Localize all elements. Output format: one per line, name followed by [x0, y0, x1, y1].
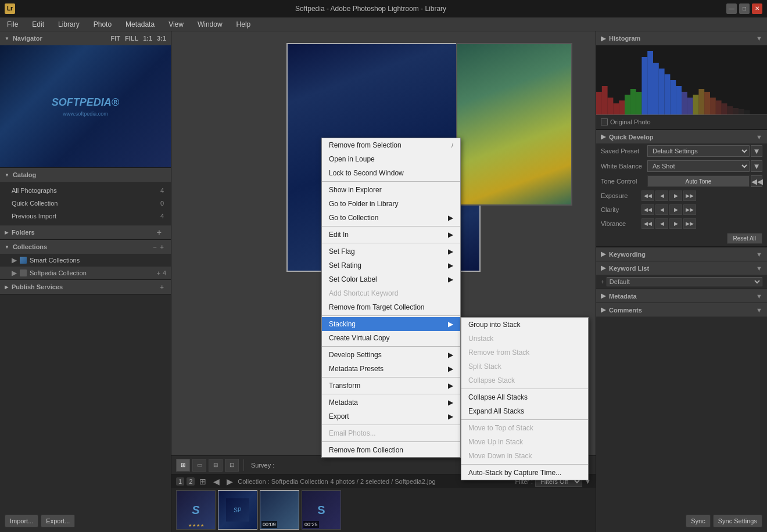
cm-stacking[interactable]: Stacking ▶: [322, 317, 460, 331]
cm-remove-from-collection[interactable]: Remove from Collection: [322, 443, 460, 457]
cm-go-to-folder[interactable]: Go to Folder in Library: [322, 197, 460, 211]
cm-set-rating[interactable]: Set Rating ▶: [322, 258, 460, 272]
maximize-button[interactable]: □: [739, 3, 750, 14]
grid-view-btn[interactable]: ⊞: [176, 459, 190, 472]
white-balance-arrow[interactable]: ▼: [751, 160, 762, 172]
exposure-ll-btn[interactable]: ◀◀: [641, 190, 654, 201]
folders-add-button[interactable]: +: [157, 228, 166, 237]
menu-edit[interactable]: Edit: [30, 19, 46, 30]
metadata-header[interactable]: ▶ Metadata ▼: [596, 289, 767, 303]
vibrance-rr-btn[interactable]: ▶▶: [683, 218, 696, 229]
sm-expand-all-stacks[interactable]: Expand All Stacks: [461, 404, 588, 418]
filmstrip-page-1[interactable]: 1: [176, 477, 184, 486]
clarity-ll-btn[interactable]: ◀◀: [641, 204, 654, 215]
cm-develop-settings[interactable]: Develop Settings ▶: [322, 348, 460, 362]
saved-preset-select[interactable]: Default Settings: [647, 145, 750, 157]
collections-minus-btn[interactable]: –: [153, 243, 156, 250]
menu-view[interactable]: View: [166, 19, 186, 30]
cm-set-flag[interactable]: Set Flag ▶: [322, 245, 460, 258]
exposure-rr-btn[interactable]: ▶▶: [683, 190, 696, 201]
nav-1-1-btn[interactable]: 1:1: [143, 35, 152, 42]
menu-file[interactable]: File: [5, 19, 20, 30]
cm-lock-second-window[interactable]: Lock to Second Window: [322, 166, 460, 180]
cm-metadata-presets[interactable]: Metadata Presets ▶: [322, 362, 460, 376]
collection-softpedia[interactable]: ▶ Softpedia Collection + 4: [0, 267, 171, 279]
keyword-preset-select[interactable]: Default: [607, 277, 762, 286]
menu-photo[interactable]: Photo: [91, 19, 114, 30]
filmstrip-prev-btn[interactable]: ◀: [211, 477, 222, 486]
collection-smart-collections[interactable]: ▶ Smart Collections: [0, 254, 171, 267]
export-button[interactable]: Export...: [41, 515, 75, 527]
histogram-header[interactable]: ▶ Histogram ▼: [596, 31, 767, 45]
cm-transform[interactable]: Transform ▶: [322, 379, 460, 393]
cm-remove-selection[interactable]: Remove from Selection /: [322, 138, 460, 152]
original-photo-checkbox[interactable]: [601, 118, 608, 125]
loupe-view-btn[interactable]: ▭: [192, 459, 206, 472]
film-thumb-3-overlay: 00:09: [261, 521, 277, 528]
film-thumb-3[interactable]: 00:09: [260, 490, 299, 530]
keyword-list-header[interactable]: ▶ Keyword List ▼: [596, 261, 767, 275]
vibrance-ll-btn[interactable]: ◀◀: [641, 218, 654, 229]
cm-metadata[interactable]: Metadata ▶: [322, 396, 460, 409]
cm-divider-5: [322, 346, 460, 347]
exposure-l-btn[interactable]: ◀: [655, 190, 668, 201]
menu-library[interactable]: Library: [56, 19, 82, 30]
collections-add-btn[interactable]: +: [160, 243, 166, 250]
sync-button[interactable]: Sync: [686, 515, 710, 527]
filmstrip-page-2[interactable]: 2: [187, 477, 195, 486]
clarity-r-btn[interactable]: ▶: [669, 204, 682, 215]
white-balance-select[interactable]: As Shot Auto Daylight: [647, 160, 750, 172]
vibrance-r-btn[interactable]: ▶: [669, 218, 682, 229]
sm-group-into-stack[interactable]: Group into Stack: [461, 318, 588, 332]
catalog-item-quick-collection[interactable]: Quick Collection 0: [0, 197, 171, 210]
clarity-l-btn[interactable]: ◀: [655, 204, 668, 215]
sync-settings-button[interactable]: Sync Settings: [713, 515, 762, 527]
nav-fit-btn[interactable]: FIT: [110, 35, 120, 42]
import-button[interactable]: Import...: [5, 515, 38, 527]
catalog-item-all-photos[interactable]: All Photographs 4: [0, 184, 171, 197]
vibrance-l-btn[interactable]: ◀: [655, 218, 668, 229]
nav-3-1-btn[interactable]: 3:1: [157, 35, 166, 42]
nav-fill-btn[interactable]: FILL: [125, 35, 138, 42]
film-thumb-2[interactable]: SP: [218, 490, 257, 530]
reset-all-button[interactable]: Reset All: [727, 233, 762, 244]
navigator-header[interactable]: ▼ Navigator FIT FILL 1:1 3:1: [0, 31, 171, 45]
auto-tone-button[interactable]: Auto Tone: [647, 175, 750, 187]
sm-auto-stack[interactable]: Auto-Stack by Capture Time...: [461, 466, 588, 480]
saved-preset-arrow[interactable]: ▼: [751, 145, 762, 157]
filmstrip-next-btn[interactable]: ▶: [224, 477, 235, 486]
compare-view-btn[interactable]: ⊟: [209, 459, 223, 472]
survey-view-btn[interactable]: ⊡: [225, 459, 239, 472]
publish-add-btn[interactable]: +: [160, 283, 166, 290]
comments-header[interactable]: ▶ Comments ▼: [596, 303, 767, 317]
publish-services-header[interactable]: ▶ Publish Services +: [0, 280, 171, 294]
keyword-plus-icon[interactable]: +: [601, 279, 604, 285]
folders-header[interactable]: ▶ Folders +: [0, 225, 171, 239]
collections-header[interactable]: ▼ Collections – +: [0, 240, 171, 254]
exposure-r-btn[interactable]: ▶: [669, 190, 682, 201]
cm-open-loupe[interactable]: Open in Loupe: [322, 152, 460, 166]
cm-create-virtual-copy[interactable]: Create Virtual Copy: [322, 331, 460, 345]
cm-edit-in[interactable]: Edit In ▶: [322, 228, 460, 242]
cm-set-color-label[interactable]: Set Color Label ▶: [322, 272, 460, 286]
close-button[interactable]: ✕: [752, 3, 762, 14]
catalog-header[interactable]: ▼ Catalog: [0, 168, 171, 182]
cm-show-explorer[interactable]: Show in Explorer: [322, 183, 460, 197]
cm-go-to-collection[interactable]: Go to Collection ▶: [322, 211, 460, 225]
quick-develop-header[interactable]: ▶ Quick Develop ▼: [596, 130, 767, 143]
sm-collapse-all-stacks[interactable]: Collapse All Stacks: [461, 390, 588, 404]
minimize-button[interactable]: —: [726, 3, 737, 14]
menu-metadata[interactable]: Metadata: [123, 19, 157, 30]
tone-control-arrow[interactable]: ◀◀: [751, 175, 762, 187]
photo-2[interactable]: [456, 43, 572, 206]
cm-export[interactable]: Export ▶: [322, 409, 460, 423]
catalog-item-previous-import[interactable]: Previous Import 4: [0, 210, 171, 222]
menu-help[interactable]: Help: [234, 19, 253, 30]
film-thumb-4[interactable]: S 00:25: [302, 490, 341, 530]
cm-remove-target-collection[interactable]: Remove from Target Collection: [322, 300, 460, 314]
film-thumb-1[interactable]: S ★ ★ ★ ★: [176, 490, 216, 530]
menu-window[interactable]: Window: [195, 19, 225, 30]
filmstrip-grid-icon[interactable]: ⊞: [197, 477, 209, 486]
keywording-header[interactable]: ▶ Keywording ▼: [596, 247, 767, 261]
clarity-rr-btn[interactable]: ▶▶: [683, 204, 696, 215]
